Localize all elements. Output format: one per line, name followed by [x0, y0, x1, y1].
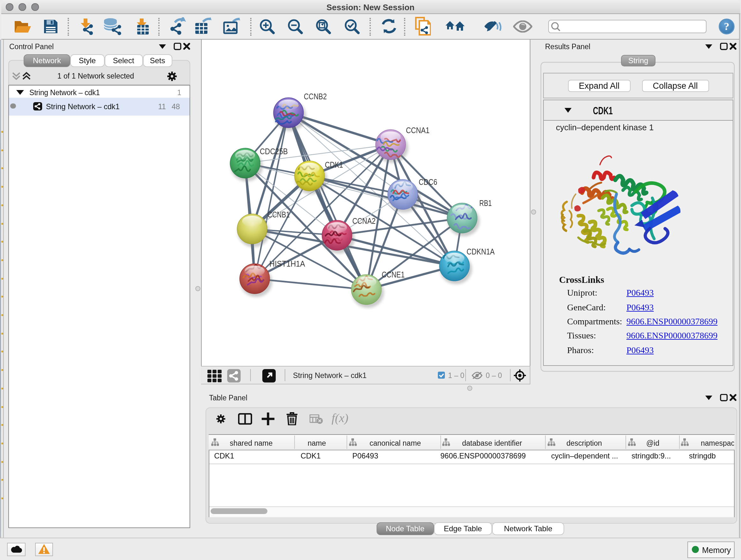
- svg-text:CCNB1: CCNB1: [267, 209, 290, 219]
- svg-text:?: ?: [724, 20, 730, 32]
- svg-text:HIST1H1A: HIST1H1A: [269, 259, 306, 268]
- svg-text:CDK1: CDK1: [325, 160, 343, 169]
- svg-text:RB1: RB1: [479, 198, 492, 207]
- svg-text:CCNA1: CCNA1: [406, 125, 429, 135]
- svg-text:CDC6: CDC6: [419, 177, 437, 186]
- svg-text:CCNA2: CCNA2: [352, 216, 376, 226]
- svg-text:CCNE1: CCNE1: [382, 269, 405, 279]
- svg-text:CDC25B: CDC25B: [260, 146, 288, 156]
- svg-text:CDKN1A: CDKN1A: [467, 246, 495, 256]
- svg-text:CCNB2: CCNB2: [304, 91, 327, 101]
